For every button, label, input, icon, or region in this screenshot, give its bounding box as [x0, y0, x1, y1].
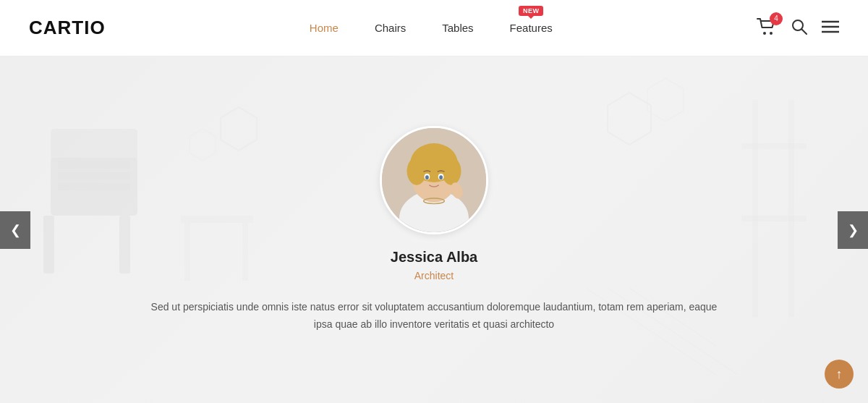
- nav-tables[interactable]: Tables: [442, 22, 473, 34]
- nav-features[interactable]: Features: [510, 22, 553, 34]
- nav-home[interactable]: Home: [310, 22, 339, 34]
- site-header: CARTIO Home Chairs Tables NEW Features 4: [0, 0, 868, 56]
- nav-features-wrapper: NEW Features: [510, 22, 553, 34]
- nav-chairs[interactable]: Chairs: [375, 22, 406, 34]
- hamburger-icon: [822, 20, 839, 33]
- svg-line-3: [801, 29, 807, 34]
- avatar-image: [382, 128, 486, 232]
- cart-count-badge: 4: [770, 12, 783, 25]
- person-name: Jessica Alba: [391, 249, 477, 266]
- cart-button[interactable]: 4: [757, 18, 777, 38]
- svg-point-34: [442, 158, 461, 185]
- header-icons: 4: [757, 18, 839, 38]
- svg-point-0: [763, 32, 766, 35]
- prev-slide-button[interactable]: ❮: [0, 211, 30, 249]
- new-badge: NEW: [519, 6, 544, 16]
- svg-point-38: [439, 175, 443, 179]
- search-button[interactable]: [791, 19, 807, 38]
- scroll-top-icon: ↑: [836, 367, 843, 382]
- main-nav: Home Chairs Tables NEW Features: [310, 22, 553, 34]
- scroll-top-button[interactable]: ↑: [825, 360, 854, 389]
- person-title: Architect: [414, 270, 454, 281]
- search-icon: [791, 19, 807, 35]
- avatar: [380, 126, 488, 234]
- next-slide-button[interactable]: ❯: [838, 211, 868, 249]
- testimonial-card: Jessica Alba Architect Sed ut perspiciat…: [0, 56, 868, 403]
- menu-button[interactable]: [822, 20, 839, 36]
- hero-section: ❮: [0, 56, 868, 403]
- testimonial-text: Sed ut perspiciatis unde omnis iste natu…: [145, 299, 723, 334]
- svg-point-1: [770, 32, 773, 35]
- site-logo: CARTIO: [29, 17, 106, 39]
- svg-point-37: [425, 175, 429, 179]
- svg-point-33: [407, 158, 427, 185]
